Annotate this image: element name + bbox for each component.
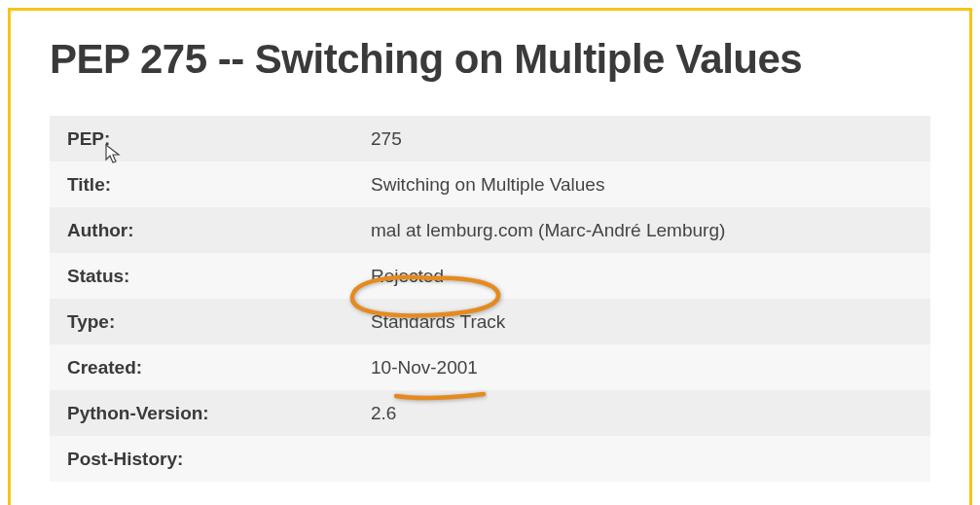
row-label: Author: (50, 207, 351, 253)
row-value: Switching on Multiple Values (351, 162, 930, 207)
row-value: mal at lemburg.com (Marc-André Lemburg) (351, 207, 930, 253)
table-row: Title: Switching on Multiple Values (50, 162, 930, 207)
row-value: Rejected (351, 253, 930, 299)
table-row: Type: Standards Track (50, 299, 930, 344)
document-frame: PEP 275 -- Switching on Multiple Values … (8, 8, 972, 505)
row-value: Standards Track (351, 299, 930, 344)
page-title: PEP 275 -- Switching on Multiple Values (50, 36, 930, 83)
row-label: PEP: (50, 116, 351, 162)
row-value (351, 436, 930, 482)
table-row: Author: mal at lemburg.com (Marc-André L… (50, 207, 930, 253)
cursor-icon (105, 144, 121, 165)
table-row: Python-Version: 2.6 (50, 390, 930, 436)
table-row: PEP: 275 (50, 116, 930, 162)
row-value: 2.6 (351, 390, 930, 436)
row-label: Status: (50, 253, 351, 299)
table-row: Status: Rejected (50, 253, 930, 299)
table-row: Post-History: (50, 436, 930, 482)
row-label: Post-History: (50, 436, 351, 482)
pep-meta-table: PEP: 275 Title: Switching on Multiple Va… (50, 116, 930, 482)
row-label: Created: (50, 344, 351, 390)
row-label: Title: (50, 162, 351, 207)
row-label: Type: (50, 299, 351, 344)
table-row: Created: 10-Nov-2001 (50, 344, 930, 390)
row-label: Python-Version: (50, 390, 351, 436)
row-value: 275 (351, 116, 930, 162)
row-value: 10-Nov-2001 (351, 344, 930, 390)
